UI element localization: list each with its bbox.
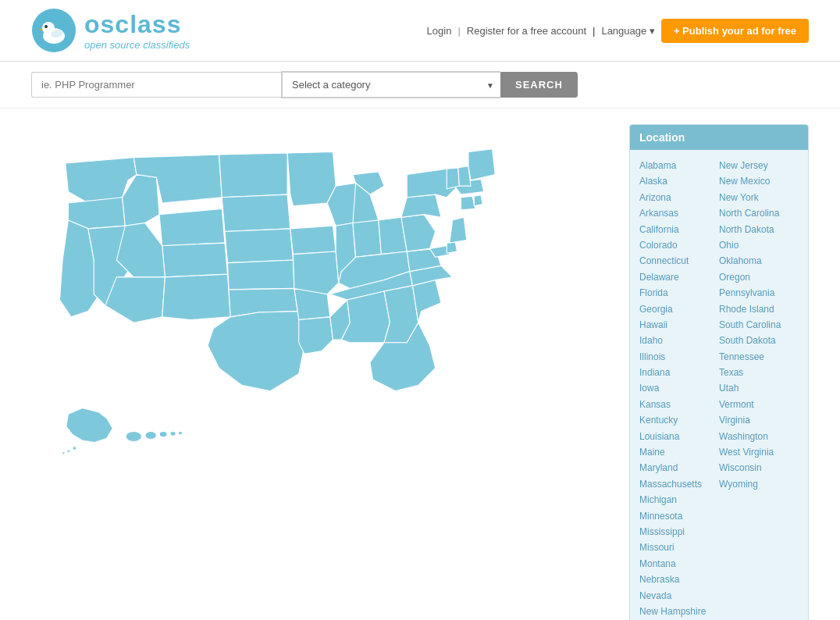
svg-point-7	[67, 450, 69, 452]
state-link-montana[interactable]: Montana	[639, 556, 719, 572]
state-kansas	[228, 260, 294, 290]
login-link[interactable]: Login	[427, 25, 452, 37]
state-link-louisiana[interactable]: Louisiana	[639, 429, 719, 444]
state-link-alabama[interactable]: Alabama	[639, 158, 719, 173]
state-link-pennsylvania[interactable]: Pennsylvania	[719, 285, 799, 301]
state-link-south-dakota[interactable]: South Dakota	[719, 333, 799, 348]
svg-point-3	[44, 25, 48, 28]
state-link-idaho[interactable]: Idaho	[639, 333, 719, 348]
state-link-new-jersey[interactable]: New Jersey	[719, 158, 799, 173]
state-hawaii-big	[126, 431, 141, 441]
states-column-1: AlabamaAlaskaArizonaArkansasCaliforniaCo…	[639, 158, 719, 619]
state-link-south-carolina[interactable]: South Carolina	[719, 317, 799, 333]
states-column-2: New JerseyNew MexicoNew YorkNorth Caroli…	[719, 158, 799, 619]
logo-tagline: open source classifieds	[84, 39, 190, 51]
state-link-iowa[interactable]: Iowa	[639, 380, 719, 396]
state-vermont	[447, 168, 459, 189]
header-right: Login | Register for a free account | La…	[427, 19, 809, 43]
publish-button[interactable]: + Publish your ad for free	[661, 19, 809, 43]
main-content: Location AlabamaAlaskaArizonaArkansasCal…	[0, 109, 840, 620]
state-link-ohio[interactable]: Ohio	[719, 237, 799, 253]
svg-point-6	[73, 447, 76, 450]
logo-text: osclass open source classifieds	[84, 10, 190, 51]
logo-icon	[31, 8, 77, 53]
svg-point-11	[170, 431, 176, 436]
state-link-massachusetts[interactable]: Massachusetts	[639, 476, 719, 492]
svg-point-12	[178, 431, 183, 434]
location-sidebar: Location AlabamaAlaskaArizonaArkansasCal…	[629, 124, 809, 620]
search-button[interactable]: SEARCH	[500, 72, 578, 98]
state-rhode-island	[474, 195, 482, 206]
state-link-kentucky[interactable]: Kentucky	[639, 412, 719, 428]
language-chevron: ▾	[650, 25, 655, 37]
state-link-rhode-island[interactable]: Rhode Island	[719, 301, 799, 317]
state-louisiana	[299, 317, 333, 354]
state-link-new-mexico[interactable]: New Mexico	[719, 173, 799, 189]
state-link-oregon[interactable]: Oregon	[719, 269, 799, 285]
logo-area: osclass open source classifieds	[31, 8, 190, 53]
svg-point-10	[159, 431, 167, 436]
state-link-oklahoma[interactable]: Oklahoma	[719, 253, 799, 269]
header-divider2: |	[593, 25, 595, 37]
state-nebraska	[225, 229, 293, 263]
state-link-utah[interactable]: Utah	[719, 380, 799, 396]
state-link-vermont[interactable]: Vermont	[719, 397, 799, 412]
state-link-alaska[interactable]: Alaska	[639, 173, 719, 189]
category-select[interactable]: Select a category	[282, 72, 500, 98]
state-link-new-hampshire[interactable]: New Hampshire	[639, 604, 719, 619]
state-link-arkansas[interactable]: Arkansas	[639, 205, 719, 221]
state-link-texas[interactable]: Texas	[719, 365, 799, 380]
state-link-kansas[interactable]: Kansas	[639, 397, 719, 412]
header: osclass open source classifieds Login | …	[0, 0, 840, 62]
state-link-wisconsin[interactable]: Wisconsin	[719, 460, 799, 476]
state-arizona	[105, 277, 166, 322]
state-link-hawaii[interactable]: Hawaii	[639, 317, 719, 333]
location-box: Location AlabamaAlaskaArizonaArkansasCal…	[629, 124, 809, 620]
state-pennsylvania	[401, 194, 441, 217]
state-link-delaware[interactable]: Delaware	[639, 269, 719, 285]
state-west-virginia	[401, 215, 436, 251]
location-content: AlabamaAlaskaArizonaArkansasCaliforniaCo…	[630, 150, 808, 620]
state-link-illinois[interactable]: Illinois	[639, 349, 719, 365]
state-link-wyoming[interactable]: Wyoming	[719, 476, 799, 492]
state-new-jersey	[450, 217, 467, 243]
state-link-virginia[interactable]: Virginia	[719, 412, 799, 428]
state-south-dakota	[222, 194, 290, 231]
map-area	[31, 124, 614, 620]
state-link-nebraska[interactable]: Nebraska	[639, 572, 719, 587]
state-link-new-york[interactable]: New York	[719, 190, 799, 205]
register-link[interactable]: Register for a free account	[467, 25, 586, 37]
logo-name: osclass	[84, 10, 190, 39]
header-divider: |	[457, 25, 460, 37]
state-delaware	[447, 242, 457, 254]
state-link-minnesota[interactable]: Minnesota	[639, 508, 719, 524]
state-link-indiana[interactable]: Indiana	[639, 365, 719, 380]
state-link-arizona[interactable]: Arizona	[639, 190, 719, 205]
state-link-north-dakota[interactable]: North Dakota	[719, 222, 799, 237]
search-input[interactable]	[31, 72, 281, 98]
search-bar: Select a category SEARCH	[0, 62, 840, 109]
language-link[interactable]: Language ▾	[601, 25, 654, 37]
category-wrapper: Select a category	[281, 71, 500, 98]
state-link-mississippi[interactable]: Mississippi	[639, 524, 719, 540]
state-link-florida[interactable]: Florida	[639, 285, 719, 301]
state-link-missouri[interactable]: Missouri	[639, 540, 719, 555]
state-link-west-virginia[interactable]: West Virginia	[719, 444, 799, 460]
state-link-nevada[interactable]: Nevada	[639, 588, 719, 604]
state-link-washington[interactable]: Washington	[719, 429, 799, 444]
state-link-colorado[interactable]: Colorado	[639, 237, 719, 253]
state-link-tennessee[interactable]: Tennessee	[719, 349, 799, 365]
state-maine	[468, 149, 495, 180]
state-link-north-carolina[interactable]: North Carolina	[719, 205, 799, 221]
state-link-california[interactable]: California	[639, 222, 719, 237]
svg-point-9	[145, 431, 157, 439]
state-iowa	[290, 226, 336, 254]
state-link-georgia[interactable]: Georgia	[639, 301, 719, 317]
us-map[interactable]	[31, 124, 578, 476]
state-colorado	[162, 243, 228, 277]
state-link-maryland[interactable]: Maryland	[639, 460, 719, 476]
state-link-maine[interactable]: Maine	[639, 444, 719, 460]
state-link-connecticut[interactable]: Connecticut	[639, 253, 719, 269]
state-wyoming	[159, 208, 225, 245]
state-link-michigan[interactable]: Michigan	[639, 492, 719, 508]
